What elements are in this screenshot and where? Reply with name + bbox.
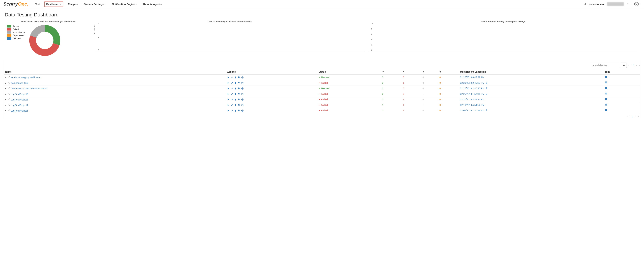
add-tag-icon[interactable]	[605, 81, 607, 84]
assembly-link[interactable]: UniquenessCheckAdventureWorks2	[10, 87, 48, 90]
pager-prev-icon[interactable]: ‹	[630, 115, 630, 118]
pager-last-icon[interactable]: »	[639, 64, 640, 66]
expand-icon[interactable]: ›	[5, 104, 6, 106]
history-icon[interactable]	[241, 109, 244, 112]
play-icon[interactable]	[227, 76, 230, 79]
gear-icon	[8, 76, 10, 78]
pager-first-icon[interactable]: «	[627, 115, 628, 118]
trash-icon[interactable]	[234, 82, 237, 84]
wrench-icon[interactable]	[230, 82, 233, 84]
count-sup: 0	[440, 92, 441, 95]
search-button[interactable]	[621, 62, 627, 68]
exec-timestamp[interactable]: 02/05/2019 1:20:59 PM	[460, 109, 484, 112]
wrench-icon[interactable]	[230, 93, 233, 95]
expand-icon[interactable]: ›	[5, 76, 6, 79]
document-icon[interactable]	[486, 82, 488, 84]
history-icon[interactable]	[241, 76, 244, 79]
assembly-link[interactable]: LegiTestProject5	[10, 109, 28, 112]
add-tag-icon[interactable]	[605, 76, 607, 79]
history-icon[interactable]	[241, 93, 244, 95]
assembly-link[interactable]: Product Category Verification	[10, 76, 41, 79]
status-badge: Passed	[319, 76, 330, 79]
bell-icon[interactable]	[238, 104, 240, 106]
exec-timestamp[interactable]: 02/25/2019 1:57:11 PM	[460, 92, 484, 95]
exec-timestamp[interactable]: 02/19/2019 4:54:54 PM	[460, 104, 484, 106]
pager-prev-icon[interactable]: ‹	[631, 64, 632, 66]
pager-last-icon[interactable]: »	[638, 115, 639, 118]
svg-point-5	[8, 77, 9, 78]
pager-next-icon[interactable]: ›	[635, 115, 636, 118]
assembly-link[interactable]: Comparison Test	[10, 82, 28, 84]
wrench-icon[interactable]	[230, 98, 233, 101]
document-icon[interactable]	[486, 87, 488, 90]
expand-icon[interactable]: ›	[5, 87, 6, 90]
expand-icon[interactable]: ›	[5, 93, 6, 96]
exec-timestamp[interactable]: 02/26/2019 8:47:22 AM	[460, 76, 484, 79]
document-icon[interactable]	[486, 92, 488, 95]
trash-icon[interactable]	[234, 98, 237, 101]
y-tick: 10	[371, 22, 373, 24]
count-sup: 0	[440, 87, 441, 90]
nav-item-notification-engine[interactable]: Notification Engine	[110, 2, 139, 6]
nav-item-test[interactable]: Test	[33, 2, 42, 6]
nav-item-recipes[interactable]: Recipes	[66, 2, 79, 6]
add-tag-icon[interactable]	[605, 98, 607, 101]
download-icon[interactable]	[626, 2, 632, 6]
trash-icon[interactable]	[234, 76, 237, 79]
wrench-icon[interactable]	[230, 87, 233, 90]
pager-current[interactable]: 1	[633, 64, 634, 66]
page-title: Data Testing Dashboard	[5, 12, 644, 18]
nav-item-dashboard[interactable]: Dashboard	[44, 2, 63, 7]
pager-first-icon[interactable]: «	[628, 64, 629, 66]
play-icon[interactable]	[227, 87, 230, 90]
user-avatar-icon[interactable]	[634, 2, 641, 6]
document-icon[interactable]	[486, 109, 488, 112]
play-icon[interactable]	[227, 98, 230, 101]
add-tag-icon[interactable]	[605, 109, 607, 112]
pager-current[interactable]: 1	[632, 115, 634, 118]
bell-icon[interactable]	[238, 109, 240, 112]
bell-icon[interactable]	[238, 87, 240, 90]
svg-point-13	[8, 99, 9, 100]
trash-icon[interactable]	[234, 87, 237, 90]
play-icon[interactable]	[227, 104, 230, 106]
assembly-link[interactable]: LegiTestProject4	[10, 104, 28, 106]
trash-icon[interactable]	[234, 93, 237, 95]
nav-item-system-settings[interactable]: System Settings	[82, 2, 107, 6]
exec-timestamp[interactable]: 02/20/2019 4:41:35 PM	[460, 98, 484, 101]
exec-timestamp[interactable]: 02/25/2019 2:49:20 PM	[460, 82, 484, 84]
bell-icon[interactable]	[238, 76, 240, 79]
search-input[interactable]	[591, 63, 619, 68]
user-name[interactable]: jessesindelar	[589, 3, 605, 6]
expand-icon[interactable]: ›	[5, 109, 6, 112]
bell-icon[interactable]	[238, 93, 240, 95]
history-icon[interactable]	[241, 98, 244, 101]
play-icon[interactable]	[227, 82, 230, 84]
bar2-title: Test outcomes per day for the past 10 da…	[368, 20, 637, 23]
bell-icon[interactable]	[238, 82, 240, 84]
add-tag-icon[interactable]	[605, 87, 607, 90]
wrench-icon[interactable]	[230, 109, 233, 112]
globe-icon	[584, 2, 586, 6]
history-icon[interactable]	[241, 87, 244, 90]
history-icon[interactable]	[241, 104, 244, 106]
bell-icon[interactable]	[238, 98, 240, 101]
exec-timestamp[interactable]: 02/25/2019 2:46:25 PM	[460, 87, 484, 90]
pager-next-icon[interactable]: ›	[636, 64, 637, 66]
add-tag-icon[interactable]	[605, 103, 607, 106]
wrench-icon[interactable]	[230, 104, 233, 106]
table-row: › LegiTestProject6 Failed010002/20/2019 …	[4, 97, 640, 102]
wrench-icon[interactable]	[230, 76, 233, 79]
play-icon[interactable]	[227, 93, 230, 95]
legend-item: Inconclusive	[7, 31, 25, 34]
add-tag-icon[interactable]	[605, 92, 607, 96]
play-icon[interactable]	[227, 109, 230, 112]
trash-icon[interactable]	[234, 109, 237, 112]
trash-icon[interactable]	[234, 104, 237, 106]
expand-icon[interactable]: ›	[5, 82, 6, 84]
assembly-link[interactable]: LegiTestProject3	[10, 93, 28, 96]
expand-icon[interactable]: ›	[5, 98, 6, 101]
history-icon[interactable]	[241, 82, 244, 84]
nav-item-remote-agents[interactable]: Remote Agents	[142, 2, 163, 6]
assembly-link[interactable]: LegiTestProject6	[10, 98, 28, 101]
